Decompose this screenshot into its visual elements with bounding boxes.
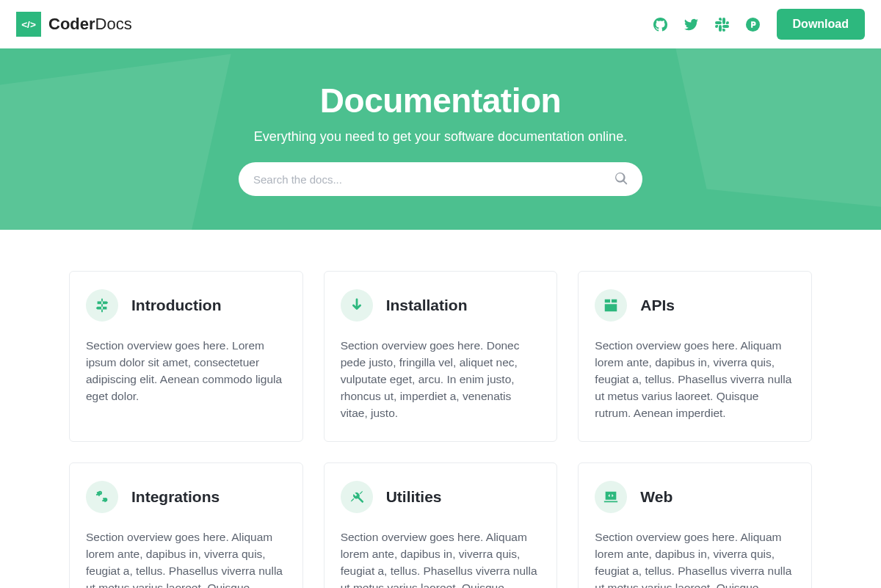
card-title: Integrations (131, 488, 220, 506)
svg-text:</>: </> (21, 19, 36, 30)
hero-title: Documentation (0, 81, 881, 120)
card-text: Section overview goes here. Aliquam lore… (595, 529, 795, 588)
cogs-icon (86, 481, 118, 513)
card-title: Introduction (131, 297, 221, 314)
slack-icon[interactable] (715, 17, 730, 32)
brand-name: CoderDocs (48, 15, 132, 34)
card-text: Section overview goes here. Aliquam lore… (595, 338, 795, 422)
box-icon (595, 289, 627, 322)
hero-subtitle: Everything you need to get your software… (0, 129, 881, 145)
card-title: APIs (640, 297, 675, 314)
search-icon (614, 172, 628, 187)
nav: Download (653, 9, 865, 40)
map-signs-icon (86, 289, 118, 322)
twitter-icon[interactable] (684, 17, 699, 32)
search-input[interactable] (253, 173, 614, 186)
cards-grid: Introduction Section overview goes here.… (0, 230, 881, 588)
card-utilities[interactable]: Utilities Section overview goes here. Al… (324, 462, 558, 588)
card-text: Section overview goes here. Donec pede j… (341, 338, 541, 422)
card-apis[interactable]: APIs Section overview goes here. Aliquam… (578, 271, 812, 442)
search-box (239, 162, 642, 196)
arrow-down-icon (341, 289, 373, 322)
hero: Documentation Everything you need to get… (0, 48, 881, 230)
download-button[interactable]: Download (777, 9, 865, 40)
logo-mark-icon: </> (16, 12, 41, 37)
producthunt-icon[interactable] (746, 17, 761, 32)
card-title: Installation (386, 297, 468, 314)
logo[interactable]: </> CoderDocs (16, 12, 132, 37)
card-text: Section overview goes here. Lorem ipsum … (86, 338, 286, 405)
card-integrations[interactable]: Integrations Section overview goes here.… (69, 462, 303, 588)
card-web[interactable]: Web Section overview goes here. Aliquam … (578, 462, 812, 588)
card-title: Utilities (386, 488, 442, 506)
header: </> CoderDocs Download (0, 0, 881, 48)
card-title: Web (640, 488, 672, 506)
search-button[interactable] (614, 172, 628, 187)
tools-icon (341, 481, 373, 513)
card-introduction[interactable]: Introduction Section overview goes here.… (69, 271, 303, 442)
laptop-code-icon (595, 481, 627, 513)
card-text: Section overview goes here. Aliquam lore… (341, 529, 541, 588)
card-installation[interactable]: Installation Section overview goes here.… (324, 271, 558, 442)
github-icon[interactable] (653, 17, 668, 32)
card-text: Section overview goes here. Aliquam lore… (86, 529, 286, 588)
